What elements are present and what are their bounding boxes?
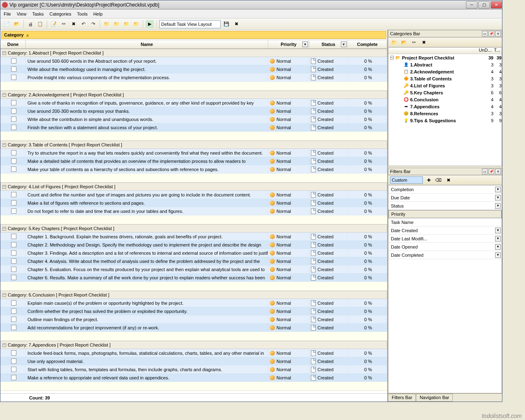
category-header[interactable]: −Category: 1.Abstract [ Project Report C… xyxy=(0,49,387,57)
task-row[interactable]: Use around 200-300 words to express your… xyxy=(0,107,387,115)
menu-tools[interactable]: Tools xyxy=(77,11,88,16)
done-checkbox[interactable] xyxy=(11,158,16,164)
task-row[interactable]: Finish the section with a statement abou… xyxy=(0,123,387,132)
panel-close-icon[interactable]: ✕ xyxy=(495,169,501,174)
done-checkbox[interactable] xyxy=(11,208,16,214)
collapse-icon[interactable]: − xyxy=(2,143,6,147)
filter-clear-icon[interactable]: ⌫ xyxy=(434,176,443,184)
collapse-icon[interactable]: − xyxy=(2,93,6,97)
cat-new-icon[interactable]: 📁 xyxy=(390,38,398,46)
tb-layout-save-icon[interactable]: 💾 xyxy=(222,20,231,28)
tb-cat2-icon[interactable]: 📁 xyxy=(112,20,121,28)
done-checkbox[interactable] xyxy=(11,234,16,239)
filter-dropdown-icon[interactable]: ▼ xyxy=(495,228,501,233)
tree-item[interactable]: ➡7.Appendices44 xyxy=(388,103,502,110)
group-bar[interactable]: Category ▲ xyxy=(1,31,386,39)
tree-root[interactable]: − 📂 Project Report Checklist 3939 xyxy=(388,54,502,61)
tree-item[interactable]: 👤1.Abstract33 xyxy=(388,61,502,68)
task-row[interactable]: Make your table of contents as a hierarc… xyxy=(0,165,387,173)
done-checkbox[interactable] xyxy=(11,242,16,247)
task-row[interactable]: Make a list of figures with reference to… xyxy=(0,199,387,207)
tb-open-icon[interactable]: 📂 xyxy=(13,20,21,28)
panel-pin-icon[interactable]: 📌 xyxy=(488,31,494,37)
task-row[interactable]: Start with listing tables, forms, templa… xyxy=(0,365,387,374)
tb-edit-icon[interactable]: ✏ xyxy=(59,20,68,28)
minimize-button[interactable]: ─ xyxy=(466,1,477,9)
cat-edit-icon[interactable]: ✏ xyxy=(410,38,418,46)
task-row[interactable]: Chapter 1. Background. Explain the busin… xyxy=(0,233,387,241)
tb-new-icon[interactable]: 📄 xyxy=(3,20,11,28)
filter-list[interactable]: Completion▼Due Date▼Status▼PriorityTask … xyxy=(388,185,502,393)
filter-row[interactable]: Date Created▼ xyxy=(388,226,502,235)
category-header[interactable]: −Category: 7.Appendices [ Project Report… xyxy=(0,341,387,349)
task-row[interactable]: Write about the contribution in simple a… xyxy=(0,115,387,123)
category-header[interactable]: −Category: 5.Key Chapters [ Project Repo… xyxy=(0,224,387,233)
tree-item[interactable]: 📋2.Acknowledgement44 xyxy=(388,68,502,75)
filter-dropdown-icon[interactable]: ▼ xyxy=(495,195,501,201)
grid-body[interactable]: −Category: 1.Abstract [ Project Report C… xyxy=(0,49,387,393)
done-checkbox[interactable] xyxy=(11,200,16,205)
tree-item[interactable]: 🔑4.List of Figures33 xyxy=(388,82,502,89)
collapse-icon[interactable]: − xyxy=(2,343,6,347)
category-header[interactable]: −Category: 2.Acknowledgement [ Project R… xyxy=(0,91,387,99)
status-filter-icon[interactable]: ▼ xyxy=(341,41,347,47)
menu-categories[interactable]: Categories xyxy=(50,11,71,16)
task-row[interactable]: Do not forget to refer to date and time … xyxy=(0,207,387,215)
task-row[interactable]: Chapter 4. Analysis. Write about the met… xyxy=(0,257,387,265)
priority-filter-icon[interactable]: ▼ xyxy=(302,41,308,47)
done-checkbox[interactable] xyxy=(11,275,16,280)
filter-add-icon[interactable]: ✚ xyxy=(425,176,433,184)
done-checkbox[interactable] xyxy=(11,350,16,356)
done-checkbox[interactable] xyxy=(11,300,16,306)
task-row[interactable]: Make a detailed table of contents that p… xyxy=(0,157,387,165)
col-status[interactable]: Status▼ xyxy=(309,40,348,48)
col-name[interactable]: Name xyxy=(26,40,268,48)
done-checkbox[interactable] xyxy=(11,125,16,130)
filter-row[interactable]: Date Opened▼ xyxy=(388,243,502,251)
col-priority[interactable]: Priority▼ xyxy=(268,40,309,48)
task-row[interactable]: Chapter 3. Findings. Add a description a… xyxy=(0,249,387,257)
cat-newsub-icon[interactable]: 📂 xyxy=(400,38,408,46)
done-checkbox[interactable] xyxy=(11,250,16,256)
panel-close-icon[interactable]: ✕ xyxy=(495,31,501,37)
filter-combo[interactable]: Custom xyxy=(390,176,423,184)
filter-dropdown-icon[interactable]: ▼ xyxy=(495,187,501,192)
collapse-icon[interactable]: − xyxy=(2,185,6,189)
task-row[interactable]: Explain main cause(s) of the problem or … xyxy=(0,299,387,307)
done-checkbox[interactable] xyxy=(11,325,16,330)
tb-newtask-icon[interactable]: 📝 xyxy=(50,20,58,28)
tree-collapse-icon[interactable]: − xyxy=(390,56,394,59)
categories-tree[interactable]: UnD... T... − 📂 Project Report Checklist… xyxy=(388,47,502,166)
done-checkbox[interactable] xyxy=(11,375,16,380)
tree-item[interactable]: 😊8.References33 xyxy=(388,110,502,117)
category-header[interactable]: −Category: 4.List of Figures [ Project R… xyxy=(0,183,387,191)
tb-print-icon[interactable]: 🖨 xyxy=(26,20,34,28)
task-row[interactable]: Use around 500-600 words in the Abstract… xyxy=(0,57,387,65)
titlebar[interactable]: Vip organizer [C:\Users\dmitry\Desktop\P… xyxy=(0,0,502,9)
done-checkbox[interactable] xyxy=(11,308,16,314)
done-checkbox[interactable] xyxy=(11,58,16,64)
cat-del-icon[interactable]: ✖ xyxy=(420,38,428,46)
tab-filters[interactable]: Filters Bar xyxy=(388,394,416,402)
done-checkbox[interactable] xyxy=(11,167,16,172)
filter-dropdown-icon[interactable]: ▼ xyxy=(495,244,501,250)
task-row[interactable]: Make a reference to appropriate and rele… xyxy=(0,374,387,382)
filter-dropdown-icon[interactable]: ▼ xyxy=(495,203,501,209)
tb-run-icon[interactable]: ▶ xyxy=(146,20,154,28)
filter-row[interactable]: Status▼ xyxy=(388,202,502,210)
col-complete[interactable]: Complete xyxy=(348,40,387,48)
tree-item[interactable]: 🔶3.Table of Contents33 xyxy=(388,75,502,82)
task-row[interactable]: Write about the methodology used in mana… xyxy=(0,65,387,73)
filter-row[interactable]: Date Completed▼ xyxy=(388,251,502,259)
tb-undo-icon[interactable]: ↶ xyxy=(79,20,87,28)
done-checkbox[interactable] xyxy=(11,150,16,155)
tree-item[interactable]: 🔑5.Key Chapters66 xyxy=(388,89,502,96)
category-header[interactable]: −Category: 6.Conclusion [ Project Report… xyxy=(0,291,387,299)
tab-navigation[interactable]: Navigation Bar xyxy=(416,394,453,402)
layout-combo[interactable]: Default Task View Layout xyxy=(159,20,221,28)
task-row[interactable]: Include feed-back forms, maps, photograp… xyxy=(0,349,387,357)
filter-row[interactable]: Completion▼ xyxy=(388,185,502,194)
panel-min-icon[interactable]: ▭ xyxy=(482,169,488,174)
tree-item[interactable]: ⭕6.Conclusion44 xyxy=(388,96,502,103)
task-row[interactable]: Chapter 5. Evaluation. Focus on the resu… xyxy=(0,265,387,274)
